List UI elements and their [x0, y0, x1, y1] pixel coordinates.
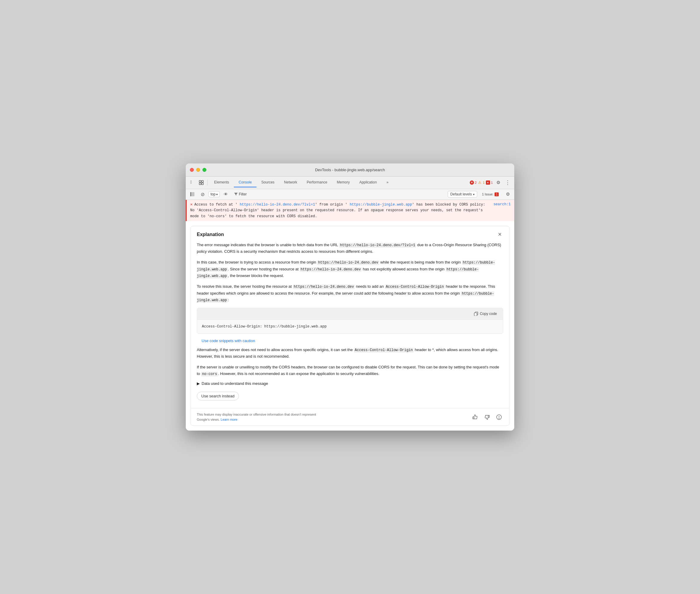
data-used-section: ▶ Data used to understand this message [197, 381, 503, 386]
explanation-para2: In this case, the browser is trying to a… [197, 259, 503, 279]
settings-button[interactable]: ⚙ [494, 178, 502, 187]
dropdown-arrow: ▾ [216, 193, 218, 196]
code-snippet: Access-Control-Allow-Origin: https://bub… [197, 320, 503, 333]
thumbs-down-icon [484, 415, 490, 420]
tab-elements[interactable]: Elements [209, 178, 234, 187]
svg-rect-17 [488, 415, 489, 418]
use-search-instead-button[interactable]: Use search instead [197, 392, 239, 400]
svg-rect-6 [190, 183, 191, 184]
svg-point-20 [499, 418, 499, 419]
error-message-line: ✕Access to fetch at 'https://hello-io-24… [186, 200, 514, 221]
report-button[interactable] [495, 413, 503, 421]
info-badge[interactable]: ✕ 1 [486, 180, 493, 185]
console-output: ✕Access to fetch at 'https://hello-io-24… [186, 200, 514, 431]
explanation-para3: To resolve this issue, the server hostin… [197, 283, 503, 303]
filter-button[interactable]: Filter [232, 191, 249, 197]
tab-navigation: Elements Console Sources Network Perform… [209, 178, 469, 187]
tab-memory[interactable]: Memory [332, 178, 354, 187]
svg-rect-7 [191, 183, 192, 184]
explanation-para1: The error message indicates that the bro… [197, 242, 503, 255]
code-block: Copy code Access-Control-Allow-Origin: h… [197, 308, 503, 334]
svg-rect-3 [191, 182, 192, 182]
console-settings-button[interactable]: ⚙ [503, 190, 512, 198]
footer-disclaimer: This feature may display inaccurate or o… [197, 412, 316, 422]
toolbar-right-2: Default levels ▾ 1 Issue: 1 ⚙ [448, 190, 512, 198]
devtools-window: DevTools - bubble-jingle.web.app/search [186, 163, 514, 431]
tab-performance[interactable]: Performance [302, 178, 332, 187]
svg-rect-16 [473, 417, 474, 419]
close-button[interactable] [190, 168, 194, 172]
explanation-header: Explanation ✕ [191, 226, 509, 242]
info-count: 1 [491, 181, 493, 184]
sidebar-toggle[interactable] [188, 190, 197, 198]
svg-rect-13 [192, 192, 195, 196]
data-used-label: Data used to understand this message [202, 381, 268, 386]
report-icon [496, 415, 502, 420]
issue-counter[interactable]: 1 Issue: 1 [480, 192, 501, 197]
thumbs-up-icon [473, 415, 478, 420]
toolbar-right: ✕ 2 ⚠ 1 ✕ 1 ⚙ ⋮ [470, 178, 512, 187]
svg-rect-15 [474, 313, 477, 316]
levels-dropdown[interactable]: Default levels ▾ [448, 191, 477, 198]
tab-console[interactable]: Console [234, 178, 256, 187]
thumbs-up-button[interactable] [471, 413, 479, 421]
filter-label: Filter [239, 192, 247, 196]
copy-code-button[interactable]: Copy code [471, 310, 499, 317]
issue-count: 1 [494, 192, 499, 196]
svg-rect-8 [199, 180, 201, 182]
svg-rect-2 [190, 182, 191, 182]
toolbar-separator [207, 179, 208, 186]
svg-rect-9 [202, 180, 203, 182]
maximize-button[interactable] [203, 168, 206, 172]
tab-application[interactable]: Application [354, 178, 382, 187]
tab-sources[interactable]: Sources [256, 178, 279, 187]
svg-rect-10 [199, 183, 201, 185]
tab-network[interactable]: Network [279, 178, 302, 187]
copy-icon [474, 311, 478, 316]
cursor-icon[interactable] [188, 178, 197, 187]
warning-badge[interactable]: ⚠ 1 [478, 180, 485, 185]
svg-rect-0 [190, 180, 191, 181]
context-selector[interactable]: top ▾ [208, 191, 220, 197]
toolbar-left: ⊘ top ▾ 👁 Filter [188, 190, 249, 198]
more-options-button[interactable]: ⋮ [503, 178, 512, 187]
error-url1[interactable]: https://hello-io-24.deno.dev/?lvl=1 [240, 203, 315, 207]
svg-rect-4 [190, 182, 191, 183]
devtools-toolbar: Elements Console Sources Network Perform… [186, 176, 514, 189]
tab-more[interactable]: » [382, 178, 393, 187]
inspect-icon[interactable] [197, 178, 206, 187]
svg-rect-11 [202, 183, 203, 185]
feedback-buttons [471, 413, 503, 421]
thumbs-down-button[interactable] [483, 413, 491, 421]
svg-rect-5 [191, 182, 192, 183]
svg-rect-1 [191, 180, 192, 181]
explanation-para4: Alternatively, if the server does not ne… [197, 346, 503, 360]
traffic-lights [190, 168, 206, 172]
warning-count: 1 [483, 181, 485, 184]
window-title: DevTools - bubble-jingle.web.app/search [315, 168, 385, 172]
context-label: top [211, 192, 216, 196]
error-url2[interactable]: https://bubble-jingle.web.app [350, 203, 412, 207]
minimize-button[interactable] [196, 168, 200, 172]
data-used-arrow: ▶ [197, 381, 200, 386]
console-toolbar: ⊘ top ▾ 👁 Filter Default levels ▾ 1 Issu… [186, 189, 514, 200]
learn-more-link[interactable]: Learn more [221, 418, 237, 421]
error-badge[interactable]: ✕ 2 [470, 180, 477, 185]
explanation-card: Explanation ✕ The error message indicate… [190, 226, 510, 426]
close-explanation-button[interactable]: ✕ [496, 231, 503, 238]
error-content: ✕Access to fetch at 'https://hello-io-24… [190, 202, 491, 219]
data-used-toggle[interactable]: ▶ Data used to understand this message [197, 381, 503, 386]
error-source-link[interactable]: search:1 [493, 202, 511, 207]
code-caution-link[interactable]: Use code snippets with caution [197, 338, 260, 346]
issue-text: 1 Issue: [482, 192, 494, 196]
titlebar: DevTools - bubble-jingle.web.app/search [186, 163, 514, 176]
svg-rect-12 [190, 192, 191, 196]
explanation-title: Explanation [197, 232, 224, 237]
clear-console-button[interactable]: ⊘ [198, 190, 207, 198]
eye-icon[interactable]: 👁 [221, 190, 230, 198]
levels-label: Default levels [450, 192, 472, 196]
error-count: 2 [475, 181, 477, 184]
card-footer: This feature may display inaccurate or o… [191, 408, 509, 426]
copy-code-label: Copy code [480, 311, 497, 316]
code-block-header: Copy code [197, 308, 503, 320]
